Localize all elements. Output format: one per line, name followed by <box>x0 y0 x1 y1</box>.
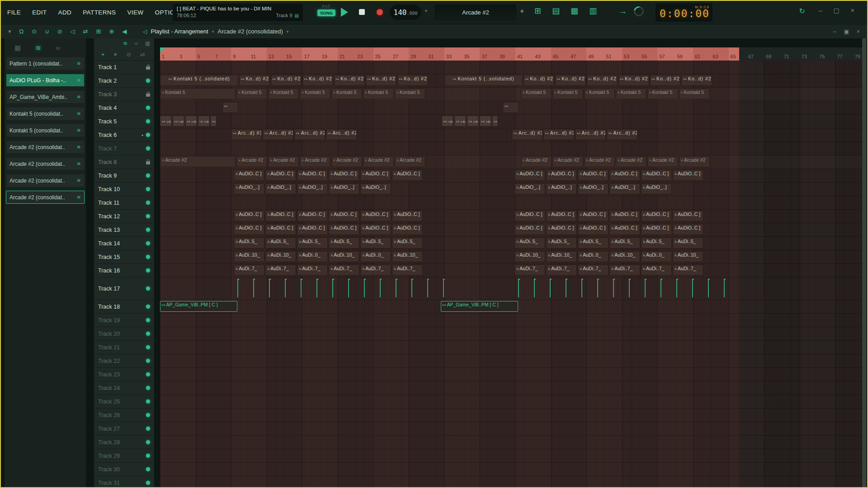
tempo-caret-button[interactable]: ▾ <box>425 8 427 13</box>
clip[interactable]: ≡AuDi..7_ <box>514 265 545 276</box>
headphones-icon[interactable]: Ω <box>19 28 24 34</box>
track-header-track-25[interactable]: Track 25 <box>94 395 154 408</box>
clip[interactable]: ↦Ko..d) #2 <box>366 75 396 86</box>
clip[interactable]: ≡AuDi..10_ <box>609 251 640 262</box>
clip[interactable]: ≡AuDiO..C ] <box>329 211 359 221</box>
clip[interactable]: ≡AuDiO..C ] <box>265 224 296 235</box>
timeline[interactable]: 1357911131517192123252729313335373941434… <box>160 47 862 61</box>
clip[interactable]: ↦Arc..d) #3 <box>512 129 542 140</box>
clip[interactable]: ↦AP_Game_ViB..PM [ C ] <box>160 301 237 312</box>
clip[interactable]: ≡AuDi..10_ <box>546 251 577 262</box>
track-header-track-20[interactable]: Track 20 <box>94 327 154 341</box>
track-header-track-27[interactable]: Track 27 <box>94 422 154 436</box>
clip[interactable]: ≡AuDi..5_ <box>641 238 672 249</box>
menu-view[interactable]: VIEW <box>127 9 143 16</box>
playlist-title-group[interactable]: ◁ Playlist - Arrangement ▾ Arcade #2 (co… <box>143 28 288 35</box>
clip[interactable]: ×Kontakt 5 <box>647 89 678 99</box>
automation-tick[interactable] <box>644 279 647 297</box>
picker-tab-links[interactable]: ∞ <box>56 44 61 51</box>
mute-dot[interactable] <box>146 214 150 218</box>
mute-dot[interactable] <box>146 133 150 137</box>
clip[interactable]: ≡AuDi..10_ <box>392 251 423 262</box>
clip[interactable]: ↦=4= <box>185 116 197 127</box>
clip[interactable]: ↦Arc..d) #2 <box>326 129 357 140</box>
track-header-track-23[interactable]: Track 23 <box>94 368 154 381</box>
clip[interactable]: ↦Kontakt 5 (..solidated) <box>160 75 238 86</box>
clip[interactable]: ≡AuDi..0_ <box>641 251 672 262</box>
automation-tick[interactable] <box>517 279 520 297</box>
mute-dot[interactable] <box>146 106 150 110</box>
clip[interactable]: ≡AuDi..7_ <box>234 265 264 276</box>
magnet-icon[interactable]: ∪ <box>45 28 49 34</box>
pattern-selector[interactable]: Arcade #2 <box>435 5 516 20</box>
clip[interactable]: ↦ <box>503 102 519 113</box>
track-header-track-28[interactable]: Track 28 <box>94 436 154 449</box>
pat-label[interactable]: PAT <box>317 4 335 9</box>
clip[interactable]: ↦=4= <box>480 116 491 127</box>
automation-tick[interactable] <box>284 279 287 297</box>
cut-disabled-icon[interactable]: ⊘ <box>57 28 62 34</box>
lane-track-19[interactable] <box>160 314 862 327</box>
playlist-maximize-button[interactable]: ▣ <box>844 29 849 34</box>
lane-track-31[interactable] <box>160 476 862 487</box>
clip[interactable]: ≡AuDi..5_ <box>546 238 577 249</box>
clip[interactable]: ≡AuDiO_..] <box>578 183 609 194</box>
arrangement-caret-icon[interactable]: ▾ <box>212 29 214 34</box>
automation-tick[interactable] <box>628 279 631 297</box>
clip[interactable]: ≡AuDiO..C ] <box>641 224 672 235</box>
clip[interactable]: ×Arcade #2 <box>331 156 362 167</box>
automation-tick[interactable] <box>442 279 445 297</box>
track-header-track-3[interactable]: Track 3 <box>94 88 154 101</box>
track-header-track-14[interactable]: Track 14 <box>94 237 154 250</box>
collapse-icon[interactable]: ▴ <box>142 133 143 137</box>
lane-track-4[interactable]: ↦↦ <box>160 101 862 115</box>
menu-file[interactable]: FILE <box>7 9 21 16</box>
swap-tracks-icon[interactable]: ⇄ <box>140 52 145 57</box>
mute-dot[interactable] <box>146 345 150 349</box>
lane-track-6[interactable]: ↦Arc..d) #3↦Arc..d) #3↦Arc..d) #2↦Arc..d… <box>160 128 862 142</box>
automation-tick[interactable] <box>300 279 303 297</box>
clip[interactable]: ≡AuDiO_..] <box>234 183 264 194</box>
automation-tick[interactable] <box>612 279 615 297</box>
clip[interactable]: ≡AuDiO..C ] <box>578 170 609 181</box>
clip[interactable]: ×Arcade #2 <box>584 156 615 167</box>
automation-tick[interactable] <box>426 279 429 297</box>
clip[interactable]: ↦Ko..d) #2 <box>397 75 428 86</box>
clip[interactable]: ≡AuDiO..C ] <box>392 211 423 221</box>
zoom-icon[interactable]: ⊕ <box>109 28 114 34</box>
track-header-track-21[interactable]: Track 21 <box>94 341 154 354</box>
mute-dot[interactable] <box>146 427 150 431</box>
pattern-item-1[interactable]: Pattern 1 (consolidat..≋ <box>6 57 85 70</box>
clip[interactable]: ≡AuDi..5_ <box>234 238 264 249</box>
swap-icon[interactable]: ⇄ <box>83 28 88 34</box>
lane-track-16[interactable]: ≡AuDi..7_≡AuDi..7_≡AuDi..7_≡AuDi..7_≡AuD… <box>160 264 862 277</box>
clip[interactable]: ≡AuDiO..C ] <box>265 170 296 181</box>
clip[interactable]: ≡AuDi..10_ <box>234 251 264 262</box>
automation-tick[interactable] <box>347 279 350 297</box>
clip[interactable]: ≡AuDiO..C ] <box>297 224 328 235</box>
clip[interactable]: ×Kontakt 5 <box>395 89 425 99</box>
clip[interactable]: ×Arcade #2 <box>160 156 236 167</box>
clip[interactable]: ×Kontakt 5 <box>331 89 362 99</box>
clip[interactable]: ≡AuDi..7_ <box>297 265 328 276</box>
clip[interactable]: ×Kontakt 5 <box>521 89 552 99</box>
mute-dot[interactable] <box>146 174 150 178</box>
lane-track-20[interactable] <box>160 327 862 341</box>
mute-dot[interactable] <box>146 359 150 363</box>
add-pattern-button[interactable]: + <box>520 7 524 15</box>
lane-track-29[interactable] <box>160 449 862 463</box>
clip[interactable]: ≡AuDiO_..] <box>546 183 577 194</box>
lock-icon[interactable] <box>146 161 150 164</box>
clip[interactable]: ≡AuDiO..C ] <box>673 170 703 181</box>
clip[interactable]: ×Arcade #2 <box>363 156 394 167</box>
pattern-item-7[interactable]: Arcade #2 (consolidat..≋ <box>6 157 85 170</box>
picker-tab-audio[interactable]: ≋ <box>35 44 41 51</box>
track-header-track-15[interactable]: Track 15 <box>94 250 154 264</box>
clip[interactable]: ≡AuDi..5_ <box>329 238 359 249</box>
clip[interactable]: ≡AuDi..5_ <box>514 238 545 249</box>
mute-dot[interactable] <box>146 228 150 232</box>
clip[interactable]: ×Arcade #2 <box>679 156 710 167</box>
clip[interactable]: ≡AuDiO..C ] <box>514 224 545 235</box>
lane-track-13[interactable]: ≡AuDiO..C ]≡AuDiO..C ]≡AuDiO..C ]≡AuDiO.… <box>160 223 862 237</box>
automation-tick[interactable] <box>363 279 366 297</box>
